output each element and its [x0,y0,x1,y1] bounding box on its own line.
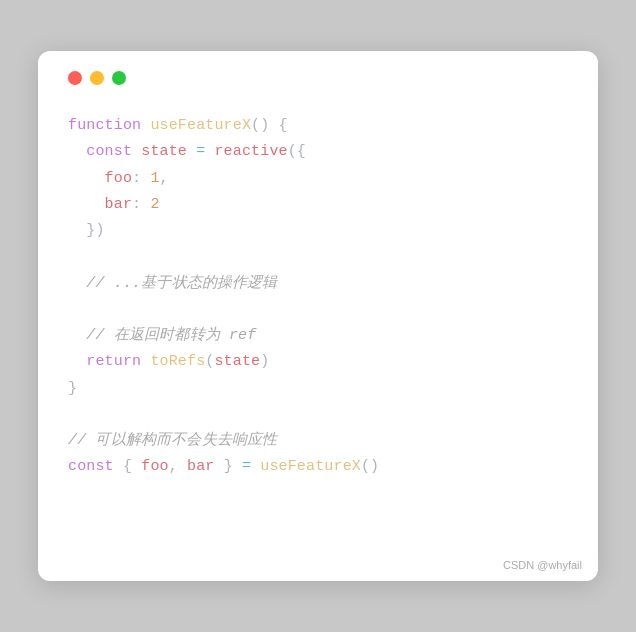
code-line-7: // ...基于状态的操作逻辑 [68,271,568,297]
code-card: function useFeatureX() { const state = r… [38,51,598,581]
code-line-5: }) [68,218,568,244]
code-line-1: function useFeatureX() { [68,113,568,139]
code-line-10: return toRefs(state) [68,349,568,375]
dot-green [112,71,126,85]
code-line-9: // 在返回时都转为 ref [68,323,568,349]
dot-red [68,71,82,85]
code-line-8 [68,297,568,323]
code-line-6 [68,244,568,270]
code-line-14: const { foo, bar } = useFeatureX() [68,454,568,480]
code-block: function useFeatureX() { const state = r… [68,113,568,481]
watermark: CSDN @whyfail [503,559,582,571]
code-line-11: } [68,376,568,402]
dot-yellow [90,71,104,85]
traffic-lights [68,71,568,85]
code-line-12 [68,402,568,428]
code-line-2: const state = reactive({ [68,139,568,165]
code-line-3: foo: 1, [68,166,568,192]
code-line-13: // 可以解构而不会失去响应性 [68,428,568,454]
code-line-4: bar: 2 [68,192,568,218]
